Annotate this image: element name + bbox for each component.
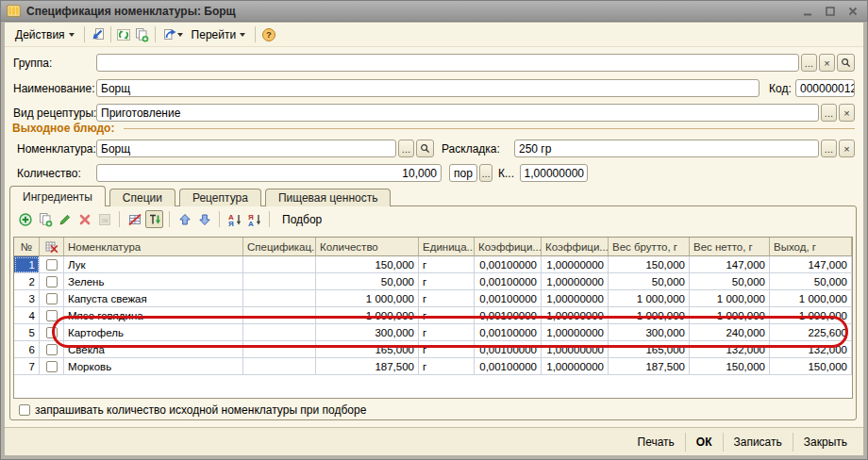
table-row[interactable]: 3Капуста свежая1 000,000г0,001000001,000… (14, 290, 852, 307)
code-input[interactable]: 000000012 (795, 79, 855, 97)
ellipsis-button[interactable]: ... (821, 104, 837, 122)
toolbar-divider (84, 26, 85, 42)
edit-row-icon[interactable] (56, 210, 74, 228)
header-exclude-flag[interactable] (40, 238, 64, 256)
copy-row-icon[interactable] (36, 210, 54, 228)
move-up-icon[interactable] (175, 210, 193, 228)
header-name[interactable]: Номенклатура (64, 238, 243, 256)
grid-slash-icon[interactable] (125, 210, 143, 228)
toolbar-divider (269, 211, 270, 227)
cell-num: 1 (14, 256, 40, 273)
minimize-button[interactable] (799, 4, 816, 19)
print-button[interactable]: Печать (627, 433, 685, 452)
ellipsis-button[interactable]: ... (801, 54, 817, 72)
ask-quantity-checkbox[interactable]: запрашивать количество исходной номенкла… (19, 403, 366, 417)
copy-doc-icon[interactable] (133, 25, 151, 43)
table-row[interactable]: 5Картофель300,000г0,001000001,0000000030… (14, 324, 852, 341)
tab-recipe[interactable]: Рецептура (179, 189, 261, 206)
cell-coef2: 1,00000000 (542, 324, 609, 341)
header-spec[interactable]: Спецификац... (243, 238, 316, 256)
table-toolbar: ок АЯ (16, 210, 328, 228)
row-exclude-checkbox[interactable] (40, 290, 64, 307)
sort-asc-icon[interactable]: АЯ (225, 210, 243, 228)
pick-button[interactable]: Подбор (275, 212, 328, 227)
close-form-button[interactable]: Закрыть (793, 433, 858, 452)
quantity-input[interactable]: 10,000 (96, 164, 442, 182)
header-gross[interactable]: Вес брутто, г (609, 238, 690, 256)
goto-link-icon[interactable] (159, 25, 186, 43)
app-window: Спецификация номенклатуры: Борщ Действия (0, 0, 868, 460)
actions-button[interactable]: Действия (9, 26, 80, 43)
goto-button[interactable]: Перейти (186, 26, 252, 43)
header-unit[interactable]: Единица... (419, 238, 475, 256)
cell-num: 3 (14, 290, 40, 307)
search-icon[interactable] (837, 54, 855, 72)
move-down-icon[interactable] (195, 210, 213, 228)
cell-gross: 1 000,000 (609, 307, 690, 324)
header-coef2[interactable]: Коэффици... (542, 238, 609, 256)
cell-net: 147,000 (690, 256, 770, 273)
table-row[interactable]: 7Морковь187,500г0,001000001,00000000187,… (14, 358, 852, 375)
header-qty[interactable]: Количество (316, 238, 419, 256)
cell-net: 50,000 (690, 273, 770, 290)
row-exclude-checkbox[interactable] (40, 341, 64, 358)
cell-num: 4 (14, 307, 40, 324)
header-net[interactable]: Вес нетто, г (690, 238, 770, 256)
group-label: Группа: (13, 57, 52, 70)
tab-spices[interactable]: Специи (109, 189, 175, 206)
table-row[interactable]: 2Зелень50,000г0,001000001,0000000050,000… (14, 273, 852, 290)
clear-icon[interactable]: × (819, 54, 835, 72)
header-coef1[interactable]: Коэффици... (475, 238, 542, 256)
recipe-type-input[interactable]: Приготовление (96, 104, 819, 122)
checkbox-icon (46, 310, 58, 321)
ok-button[interactable]: ОК (685, 433, 723, 452)
cell-num: 2 (14, 273, 40, 290)
table-row[interactable]: 4Мясо говядина1 000,000г0,001000001,0000… (14, 307, 852, 324)
delete-row-icon[interactable] (75, 210, 93, 228)
header-num[interactable]: № (14, 238, 40, 256)
row-exclude-checkbox[interactable] (40, 273, 64, 290)
tab-ingredients[interactable]: Ингредиенты (9, 186, 106, 206)
header-out[interactable]: Выход, г (770, 238, 852, 256)
name-input[interactable]: Борщ (96, 79, 760, 97)
add-row-icon[interactable] (16, 210, 34, 228)
output-dish-section-title: Выходное блюдо: (12, 122, 114, 135)
cell-name: Капуста свежая (64, 290, 243, 307)
clear-icon[interactable]: × (839, 104, 855, 122)
nomenclature-input[interactable]: Борщ (96, 140, 396, 157)
cell-num: 5 (14, 324, 40, 341)
row-exclude-checkbox[interactable] (40, 256, 64, 273)
help-icon[interactable]: ? (259, 25, 277, 43)
unit-input[interactable]: пор (449, 164, 477, 182)
search-icon[interactable] (416, 140, 434, 157)
ellipsis-button[interactable]: ... (821, 140, 837, 157)
clear-icon[interactable]: × (839, 140, 855, 157)
write-icon[interactable] (89, 25, 107, 43)
refresh-icon[interactable] (115, 25, 133, 43)
row-exclude-checkbox[interactable] (40, 307, 64, 324)
cell-out: 50,000 (770, 273, 852, 290)
tab-nutrition[interactable]: Пищевая ценность (265, 189, 392, 206)
ellipsis-button[interactable]: ... (398, 140, 414, 157)
layout-input[interactable]: 250 гр (514, 140, 819, 157)
table-row[interactable]: 1Лук150,000г0,001000001,00000000150,0001… (14, 256, 852, 273)
coefficient-input[interactable]: 1,00000000 (520, 164, 588, 182)
save-button[interactable]: Записать (723, 433, 793, 452)
checkbox-icon (46, 276, 58, 288)
cell-out: 132,000 (770, 341, 852, 358)
maximize-button[interactable] (822, 4, 839, 19)
sort-desc-icon[interactable]: ЯА (245, 210, 263, 228)
cell-coef2: 1,00000000 (542, 307, 609, 324)
close-button[interactable] (844, 4, 861, 19)
row-order-icon[interactable] (145, 210, 163, 228)
cell-net: 132,000 (690, 341, 770, 358)
row-exclude-checkbox[interactable] (40, 358, 64, 375)
cell-coef1: 0,00100000 (475, 358, 542, 375)
ellipsis-button[interactable]: ... (479, 164, 492, 182)
group-input[interactable] (96, 54, 799, 72)
cell-name: Мясо говядина (64, 307, 243, 324)
row-exclude-checkbox[interactable] (40, 324, 64, 341)
ingredients-panel: ок АЯ (9, 205, 857, 420)
table-row[interactable]: 6Свекла165,000г0,001000001,00000000165,0… (14, 341, 852, 358)
nomenclature-label: Номенклатура: (17, 142, 96, 156)
